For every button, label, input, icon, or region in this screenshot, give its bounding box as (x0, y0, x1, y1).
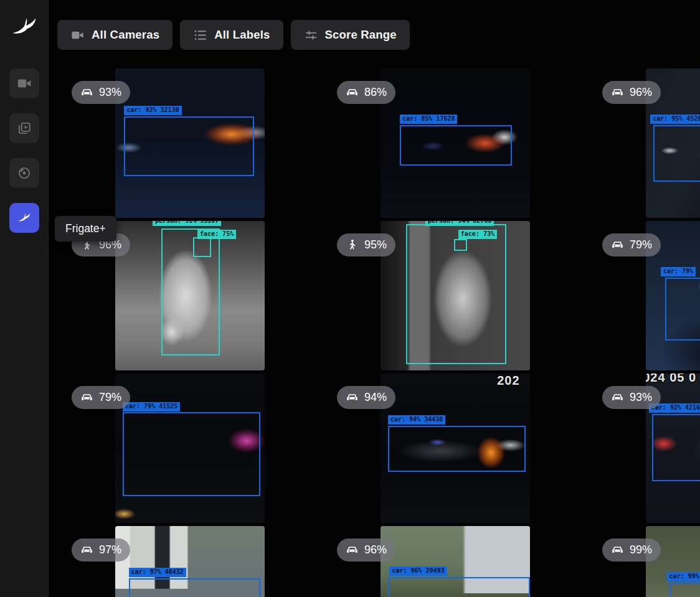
detection-box (123, 412, 260, 496)
event-cell[interactable]: car: 97% 40432 97% (57, 526, 323, 597)
car-icon (80, 543, 93, 557)
car-icon (611, 86, 624, 99)
detection-box (653, 125, 700, 182)
sidebar (0, 0, 49, 597)
score-range-filter-button[interactable]: Score Range (291, 20, 410, 50)
event-cell[interactable]: car: 85% 17628 86% (323, 68, 588, 221)
event-cell[interactable]: car: 95% 45260 96% (588, 68, 700, 221)
score-text: 93% (99, 86, 121, 99)
car-icon (346, 543, 359, 557)
car-icon (611, 238, 624, 251)
frigate-plus-tooltip: Frigate+ (55, 216, 116, 242)
detection-box (388, 577, 530, 597)
detection-label: face: 75% (197, 230, 236, 239)
detection-box (652, 414, 700, 481)
detection-label: car: 95% 45260 (650, 115, 700, 124)
all-cameras-filter-button[interactable]: All Cameras (57, 20, 173, 50)
detection-box (388, 426, 526, 472)
detection-box (193, 237, 211, 256)
filter-label: All Labels (214, 28, 270, 42)
sidebar-item-live[interactable] (9, 68, 39, 98)
score-text: 79% (630, 238, 652, 251)
event-thumbnail[interactable]: car: 94% 34430202 (381, 374, 530, 523)
detection-box (454, 239, 468, 251)
disc-icon (16, 165, 32, 181)
score-badge: 94% (337, 386, 395, 409)
score-badge: 97% (72, 538, 130, 562)
filter-bar: All Cameras All Labels Score Range (57, 20, 700, 50)
detection-label: car: 79% (661, 267, 696, 276)
detection-label: car: 79% 41525 (123, 402, 180, 411)
score-badge: 95% (337, 233, 395, 256)
sidebar-item-review[interactable] (9, 113, 39, 143)
score-text: 96% (630, 86, 652, 99)
main-content: All Cameras All Labels Score Range car: … (49, 0, 700, 597)
video-camera-icon (70, 28, 85, 42)
sliders-icon (304, 28, 318, 42)
score-text: 97% (99, 543, 121, 557)
event-cell[interactable]: car: 96% 29493 96% (323, 526, 588, 597)
score-text: 79% (99, 391, 121, 404)
filter-label: All Cameras (92, 28, 159, 42)
event-cell[interactable]: car: 92% 4216024 05 0 93% (588, 374, 700, 526)
detection-label: car: 99% 25 (667, 572, 700, 581)
camera-timestamp: 024 05 0 (646, 374, 696, 385)
event-cell[interactable]: person: 91% 93107face: 75% 96% (57, 221, 323, 374)
event-thumbnail[interactable]: person: 91% 93107face: 75% (115, 221, 265, 370)
detection-label: car: 97% 40432 (129, 568, 186, 577)
event-thumbnail[interactable]: car: 92% 32130 (115, 68, 265, 218)
car-icon (346, 86, 359, 99)
frigate-app: Frigate+ All Cameras All Labels Score Ra… (0, 0, 700, 597)
score-badge: 79% (602, 233, 661, 256)
score-badge: 93% (602, 386, 661, 409)
detection-label: person: 94% 82760 (425, 221, 494, 226)
event-cell[interactable]: car: 79% 79% (588, 221, 700, 374)
event-cell[interactable]: car: 79% 41525 79% (57, 374, 323, 526)
video-camera-icon (16, 75, 32, 92)
detection-label: car: 92% 32130 (124, 106, 181, 115)
car-icon (80, 391, 93, 404)
score-badge: 86% (337, 81, 395, 104)
detection-box (665, 278, 700, 341)
event-cell[interactable]: car: 92% 32130 93% (57, 68, 323, 221)
filter-label: Score Range (325, 28, 397, 42)
frigate-logo (9, 12, 39, 42)
person-icon (346, 238, 359, 251)
event-cell[interactable]: car: 94% 34430202 94% (323, 374, 588, 526)
score-text: 96% (364, 543, 387, 557)
camera-timestamp: 202 (497, 374, 519, 388)
event-thumbnail[interactable]: car: 97% 40432 (115, 526, 265, 597)
detection-label: car: 96% 29493 (389, 566, 447, 576)
all-labels-filter-button[interactable]: All Labels (180, 20, 283, 50)
detection-box (161, 228, 220, 355)
detection-box (669, 583, 700, 597)
detection-label: face: 73% (458, 230, 497, 239)
event-thumbnail[interactable]: car: 85% 17628 (381, 68, 530, 218)
score-badge: 93% (72, 81, 130, 104)
event-thumbnail[interactable]: car: 99% 25 (646, 526, 700, 597)
car-icon (611, 543, 624, 557)
sidebar-item-frigate-plus[interactable] (9, 203, 39, 233)
car-icon (80, 86, 93, 99)
event-thumbnail[interactable]: car: 96% 29493 (381, 526, 530, 597)
event-thumbnail[interactable]: car: 79% 41525 (115, 374, 265, 523)
detection-label: car: 94% 34430 (388, 415, 445, 425)
sidebar-nav (9, 68, 39, 233)
event-cell[interactable]: person: 94% 82760face: 73% 95% (323, 221, 588, 374)
event-thumbnail[interactable]: person: 94% 82760face: 73% (381, 221, 530, 370)
car-icon (611, 391, 624, 404)
score-badge: 79% (72, 386, 130, 409)
detection-box (124, 116, 254, 176)
frigate-bird-icon (16, 210, 32, 226)
detection-label: car: 85% 17628 (400, 115, 457, 124)
car-icon (346, 391, 359, 404)
score-text: 93% (630, 391, 652, 404)
sidebar-item-export[interactable] (9, 158, 39, 188)
score-badge: 96% (602, 81, 661, 104)
event-cell[interactable]: car: 99% 25 99% (588, 526, 700, 597)
score-text: 99% (630, 543, 652, 557)
detection-box (129, 578, 260, 597)
score-text: 86% (364, 86, 387, 99)
list-icon (193, 28, 207, 42)
event-grid: car: 92% 32130 93%car: 85% 17628 86%car:… (57, 68, 700, 597)
